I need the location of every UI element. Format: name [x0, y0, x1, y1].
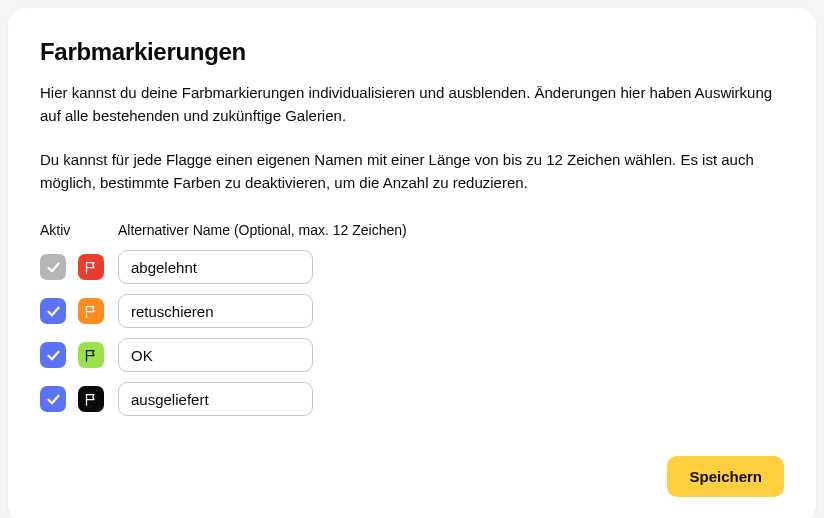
- flag-name-input[interactable]: [118, 250, 313, 284]
- flag-row: [40, 382, 784, 416]
- active-checkbox[interactable]: [40, 298, 66, 324]
- flag-name-input[interactable]: [118, 338, 313, 372]
- flag-name-input[interactable]: [118, 294, 313, 328]
- card-title: Farbmarkierungen: [40, 38, 784, 66]
- table-header: Aktiv Alternativer Name (Optional, max. …: [40, 222, 784, 238]
- flag-icon: [78, 298, 104, 324]
- flag-icon: [78, 254, 104, 280]
- active-checkbox[interactable]: [40, 254, 66, 280]
- flag-row: [40, 250, 784, 284]
- color-markings-card: Farbmarkierungen Hier kannst du deine Fa…: [8, 8, 816, 518]
- flag-row: [40, 294, 784, 328]
- flag-name-input[interactable]: [118, 382, 313, 416]
- flag-icon: [78, 342, 104, 368]
- save-button[interactable]: Speichern: [667, 456, 784, 497]
- column-header-name: Alternativer Name (Optional, max. 12 Zei…: [118, 222, 407, 238]
- card-footer: Speichern: [40, 456, 784, 497]
- column-header-active: Aktiv: [40, 222, 118, 238]
- active-checkbox[interactable]: [40, 386, 66, 412]
- flag-row: [40, 338, 784, 372]
- active-checkbox[interactable]: [40, 342, 66, 368]
- flag-icon: [78, 386, 104, 412]
- card-description: Hier kannst du deine Farbmarkierungen in…: [40, 82, 784, 194]
- description-paragraph-1: Hier kannst du deine Farbmarkierungen in…: [40, 82, 784, 127]
- flag-rows-container: [40, 250, 784, 416]
- description-paragraph-2: Du kannst für jede Flagge einen eigenen …: [40, 149, 784, 194]
